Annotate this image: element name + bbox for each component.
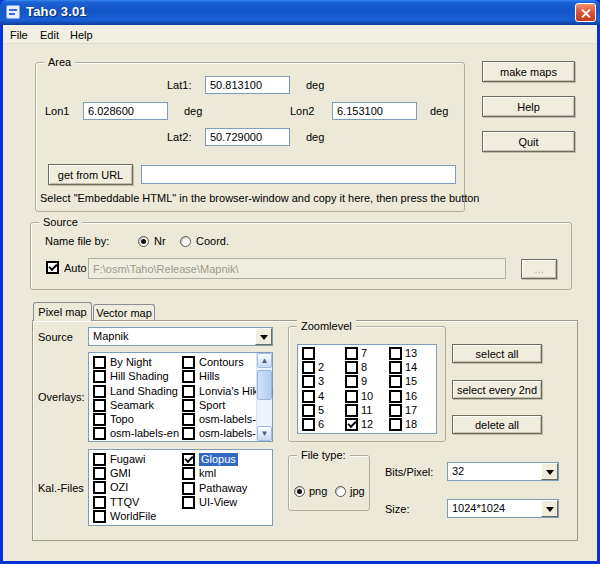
overlay-checkbox[interactable]	[93, 385, 106, 398]
overlay-checkbox[interactable]	[182, 356, 195, 369]
name-by-nr-label[interactable]: Nr	[154, 235, 166, 248]
overlay-item[interactable]: osm-labels-en	[110, 427, 179, 440]
zoom-checkbox-12[interactable]	[345, 418, 358, 431]
auto-label[interactable]: Auto	[64, 262, 87, 275]
jpg-label[interactable]: jpg	[350, 485, 365, 498]
menu-file[interactable]: File	[6, 28, 32, 42]
zoom-item[interactable]: 11	[361, 404, 372, 417]
kal-item-glopus[interactable]: Glopus	[199, 453, 238, 466]
zoom-item[interactable]: 2	[318, 361, 324, 374]
zoom-item[interactable]: 14	[405, 361, 417, 374]
overlay-checkbox[interactable]	[182, 399, 195, 412]
zoom-item[interactable]: 10	[361, 390, 373, 403]
zoom-item[interactable]: 8	[361, 361, 367, 374]
overlay-item[interactable]: Land Shading	[110, 385, 178, 398]
lat2-input[interactable]	[205, 128, 290, 146]
zoom-checkbox[interactable]	[302, 418, 315, 431]
overlay-checkbox[interactable]	[182, 413, 195, 426]
overlay-checkbox[interactable]	[182, 427, 195, 440]
name-by-coord-label[interactable]: Coord.	[196, 235, 229, 248]
zoom-item[interactable]: 7	[361, 347, 367, 360]
tile-source-select[interactable]: Mapnik	[88, 327, 273, 346]
overlay-checkbox[interactable]	[93, 413, 106, 426]
overlay-item[interactable]: Seamark	[110, 399, 154, 412]
make-maps-button[interactable]: make maps	[482, 61, 575, 82]
select-all-button[interactable]: select all	[452, 344, 542, 363]
tab-pixel-map[interactable]: Pixel map	[33, 302, 92, 321]
url-input[interactable]	[141, 165, 456, 184]
auto-checkbox[interactable]	[46, 261, 59, 274]
zoom-checkbox[interactable]	[302, 361, 315, 374]
overlay-item[interactable]: Contours	[199, 356, 244, 369]
kal-checkbox[interactable]	[93, 453, 106, 466]
zoom-item[interactable]: 16	[405, 390, 417, 403]
chevron-down-icon[interactable]	[255, 328, 272, 345]
tab-vector-map[interactable]: Vector map	[93, 304, 155, 321]
zoom-checkbox[interactable]	[345, 375, 358, 388]
get-from-url-button[interactable]: get from URL	[48, 164, 133, 185]
overlay-item[interactable]: By Night	[110, 356, 152, 369]
zoom-item[interactable]: 12	[361, 418, 373, 431]
kal-checkbox[interactable]	[182, 467, 195, 480]
lat1-input[interactable]	[205, 76, 290, 94]
zoom-checkbox[interactable]	[302, 375, 315, 388]
zoom-item[interactable]: 5	[318, 404, 324, 417]
scroll-down-icon[interactable]: ▼	[257, 426, 272, 441]
zoom-checkbox[interactable]	[302, 404, 315, 417]
overlay-item[interactable]: Hill Shading	[110, 370, 169, 383]
lon1-input[interactable]	[83, 102, 168, 120]
zoom-checkbox[interactable]	[389, 390, 402, 403]
kal-checkbox[interactable]	[93, 467, 106, 480]
bits-pixel-select[interactable]: 32	[447, 462, 559, 481]
overlay-item[interactable]: Topo	[110, 413, 134, 426]
kal-item[interactable]: UI-View	[199, 496, 237, 509]
zoom-item[interactable]: 9	[361, 375, 367, 388]
overlay-checkbox[interactable]	[182, 385, 195, 398]
kal-item[interactable]: kml	[199, 467, 216, 480]
delete-all-button[interactable]: delete all	[452, 415, 542, 434]
kal-checkbox[interactable]	[182, 496, 195, 509]
overlay-checkbox[interactable]	[93, 399, 106, 412]
zoom-checkbox[interactable]	[302, 347, 315, 360]
zoom-checkbox[interactable]	[389, 347, 402, 360]
scrollbar-thumb[interactable]	[257, 370, 272, 400]
png-radio[interactable]	[294, 486, 305, 497]
kal-checkbox[interactable]	[93, 510, 106, 523]
kal-item[interactable]: Fugawi	[110, 453, 145, 466]
overlay-checkbox[interactable]	[182, 370, 195, 383]
zoom-checkbox[interactable]	[345, 404, 358, 417]
name-by-coord-radio[interactable]	[180, 236, 191, 247]
kal-item[interactable]: GMI	[110, 467, 131, 480]
zoom-item[interactable]: 17	[405, 404, 417, 417]
overlays-scrollbar[interactable]: ▲ ▼	[256, 353, 272, 441]
lon2-input[interactable]	[332, 102, 417, 120]
kal-item[interactable]: Pathaway	[199, 482, 247, 495]
zoom-checkbox[interactable]	[389, 418, 402, 431]
png-label[interactable]: png	[309, 485, 327, 498]
zoom-item[interactable]: 3	[318, 375, 324, 388]
menu-help[interactable]: Help	[66, 28, 97, 42]
close-button[interactable]	[575, 3, 596, 22]
kal-item[interactable]: TTQV	[110, 496, 139, 509]
quit-button[interactable]: Quit	[482, 131, 575, 152]
kal-checkbox[interactable]	[93, 481, 106, 494]
overlay-item[interactable]: osm-labels-fr	[199, 427, 263, 440]
zoom-item[interactable]: 13	[405, 347, 417, 360]
overlay-checkbox[interactable]	[93, 370, 106, 383]
overlay-checkbox[interactable]	[93, 427, 106, 440]
zoom-checkbox[interactable]	[345, 347, 358, 360]
kal-item[interactable]: OZI	[110, 481, 128, 494]
zoom-checkbox[interactable]	[389, 361, 402, 374]
kal-checkbox-glopus[interactable]	[182, 453, 195, 466]
titlebar[interactable]: Taho 3.01	[0, 0, 600, 25]
help-button[interactable]: Help	[482, 96, 575, 117]
zoom-checkbox[interactable]	[345, 390, 358, 403]
overlay-item[interactable]: Sport	[199, 399, 225, 412]
zoom-item[interactable]: 18	[405, 418, 417, 431]
jpg-radio[interactable]	[335, 486, 346, 497]
chevron-down-icon[interactable]	[541, 463, 558, 480]
zoom-checkbox[interactable]	[389, 404, 402, 417]
zoom-checkbox[interactable]	[345, 361, 358, 374]
kal-checkbox[interactable]	[182, 482, 195, 495]
name-by-nr-radio[interactable]	[138, 236, 149, 247]
